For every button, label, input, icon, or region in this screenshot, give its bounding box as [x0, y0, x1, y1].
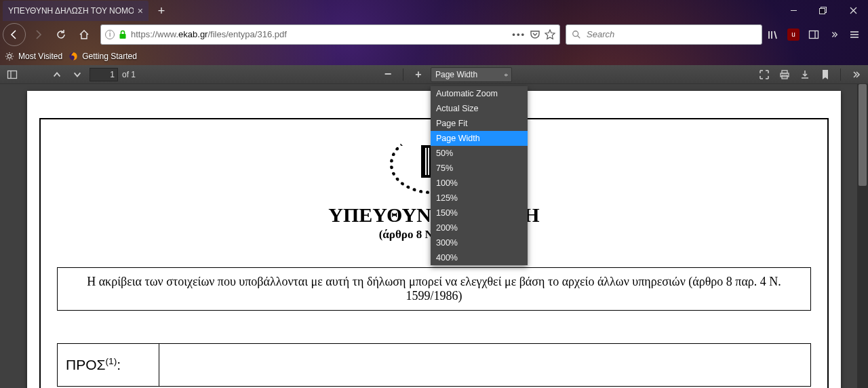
info-icon[interactable]: i: [105, 30, 115, 39]
zoom-option[interactable]: 400%: [431, 250, 528, 265]
document-note-box: Η ακρίβεια των στοιχείων που υποβάλλοντα…: [57, 267, 811, 311]
window-minimize-button[interactable]: [778, 0, 808, 21]
svg-rect-18: [8, 71, 17, 78]
svg-rect-11: [810, 31, 818, 38]
bookmark-label: Most Visited: [18, 52, 62, 61]
zoom-option[interactable]: Actual Size: [431, 101, 528, 116]
page-actions-icon[interactable]: •••: [512, 29, 526, 39]
close-tab-icon[interactable]: ×: [138, 5, 143, 16]
pdf-tools-button[interactable]: [848, 67, 864, 82]
pdf-sidebar-toggle-button[interactable]: [4, 67, 20, 82]
zoom-option[interactable]: 300%: [431, 235, 528, 250]
zoom-option[interactable]: Page Fit: [431, 116, 528, 131]
pdf-zoom-menu[interactable]: Automatic ZoomActual SizePage FitPage Wi…: [431, 86, 528, 265]
app-menu-icon[interactable]: [845, 24, 864, 45]
svg-rect-2: [820, 8, 825, 14]
svg-point-16: [7, 54, 11, 58]
pocket-icon[interactable]: [530, 29, 540, 40]
pdf-next-page-button[interactable]: [69, 67, 85, 82]
svg-rect-5: [120, 34, 126, 39]
zoom-option[interactable]: 200%: [431, 220, 528, 235]
pdf-download-button[interactable]: [797, 67, 813, 82]
url-text: https://www.ekab.gr/files/entypa/316.pdf: [131, 29, 287, 39]
svg-point-6: [573, 31, 578, 36]
form-value-pros: [159, 343, 811, 387]
library-icon[interactable]: [764, 24, 783, 45]
zoom-option[interactable]: 100%: [431, 176, 528, 191]
url-bar[interactable]: i https://www.ekab.gr/files/entypa/316.p…: [100, 24, 560, 45]
gear-icon: [4, 51, 15, 62]
overflow-icon[interactable]: [825, 24, 844, 45]
nav-back-button[interactable]: [3, 23, 26, 46]
vertical-scrollbar[interactable]: [857, 84, 868, 388]
zoom-option[interactable]: Automatic Zoom: [431, 86, 528, 101]
search-bar[interactable]: [566, 24, 762, 45]
nav-forward-button: [27, 24, 49, 45]
search-icon: [572, 30, 581, 39]
form-label-pros: ΠΡΟΣ(1):: [57, 343, 159, 387]
svg-line-10: [774, 31, 776, 39]
bookmark-getting-started[interactable]: Getting Started: [68, 51, 137, 62]
search-input[interactable]: [587, 29, 756, 39]
new-tab-button[interactable]: +: [153, 2, 170, 20]
pdf-page-total: of 1: [122, 70, 136, 79]
nav-reload-button[interactable]: [50, 24, 72, 45]
pdf-page-input[interactable]: [90, 68, 118, 81]
pdf-toolbar: of 1 − + Page Width Automatic ZoomActual…: [0, 65, 868, 84]
bookmark-label: Getting Started: [82, 52, 137, 61]
pdf-zoom-out-button[interactable]: −: [380, 67, 396, 82]
pdf-print-button[interactable]: [776, 67, 793, 82]
window-restore-button[interactable]: [808, 0, 838, 21]
zoom-option[interactable]: 150%: [431, 206, 528, 220]
bookmark-most-visited[interactable]: Most Visited: [4, 51, 62, 62]
sidebar-icon[interactable]: [804, 24, 823, 45]
zoom-option[interactable]: Page Width: [431, 131, 528, 146]
bookmark-star-icon[interactable]: [545, 29, 555, 40]
tab-title: ΥΠΕΥΘΥΝΗ ΔΗΛΩΣΗ ΤΟΥ ΝΟΜΟ: [8, 6, 134, 16]
pdf-zoom-select[interactable]: Page Width: [431, 67, 512, 82]
lock-icon: [119, 30, 127, 39]
window-close-button[interactable]: [838, 0, 868, 21]
zoom-option[interactable]: 50%: [431, 146, 528, 161]
pdf-presentation-button[interactable]: [756, 67, 772, 82]
firefox-icon: [68, 51, 79, 62]
form-row-pros: ΠΡΟΣ(1):: [57, 343, 811, 387]
pdf-zoom-in-button[interactable]: +: [410, 67, 427, 82]
svg-line-7: [578, 35, 580, 38]
pdf-prev-page-button[interactable]: [49, 67, 65, 82]
zoom-option[interactable]: 125%: [431, 191, 528, 206]
zoom-option[interactable]: 75%: [431, 161, 528, 176]
scrollbar-thumb[interactable]: [859, 84, 867, 186]
browser-tab[interactable]: ΥΠΕΥΘΥΝΗ ΔΗΛΩΣΗ ΤΟΥ ΝΟΜΟ ×: [3, 1, 149, 21]
nav-home-button[interactable]: [73, 24, 95, 45]
pdf-bookmark-button[interactable]: [817, 67, 833, 82]
ublock-icon[interactable]: u: [784, 24, 803, 45]
